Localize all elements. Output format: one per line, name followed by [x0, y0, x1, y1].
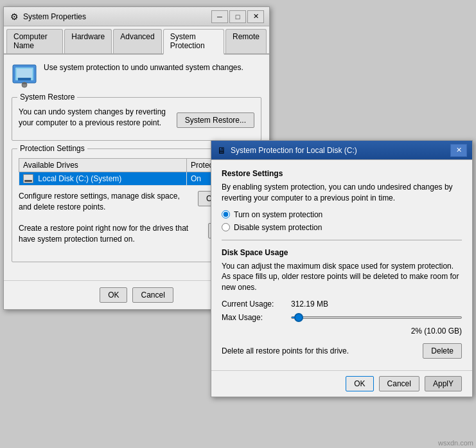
drives-column-header: Available Drives — [19, 158, 187, 172]
local-disk-controls: ✕ — [450, 144, 467, 157]
system-restore-content: You can undo system changes by reverting… — [12, 98, 261, 140]
system-properties-title: System Properties — [23, 12, 211, 21]
turn-on-radio[interactable] — [222, 210, 230, 219]
current-usage-value: 312.19 MB — [291, 300, 328, 309]
max-usage-slider-container — [291, 311, 462, 324]
local-disk-apply-button[interactable]: ApplY — [425, 376, 462, 391]
watermark: wsxdn.com — [438, 439, 473, 447]
protection-settings-label: Protection Settings — [17, 144, 87, 153]
local-disk-titlebar: 🖥 System Protection for Local Disk (C:) … — [211, 141, 472, 160]
header-section: Use system protection to undo unwanted s… — [12, 62, 261, 88]
maximize-button[interactable]: □ — [229, 10, 246, 23]
disk-space-title: Disk Space Usage — [222, 248, 462, 257]
local-disk-icon: 🖥 — [216, 145, 227, 156]
ok-button[interactable]: OK — [100, 287, 127, 303]
restore-settings-title: Restore Settings — [222, 169, 462, 178]
disk-space-desc: You can adjust the maximum disk space us… — [222, 261, 462, 293]
local-disk-dialog-buttons: OK Cancel ApplY — [211, 370, 472, 397]
window-controls: ─ □ ✕ — [211, 10, 264, 23]
delete-description: Delete all restore points for this drive… — [222, 346, 349, 355]
local-disk-title: System Protection for Local Disk (C:) — [231, 146, 450, 155]
turn-on-option: Turn on system protection — [222, 210, 462, 219]
disable-radio[interactable] — [222, 223, 230, 231]
restore-settings-desc: By enabling system protection, you can u… — [222, 182, 462, 204]
current-usage-label: Current Usage: — [222, 300, 286, 309]
local-disk-close-button[interactable]: ✕ — [450, 144, 467, 157]
disable-option: Disable system protection — [222, 223, 462, 232]
drive-icon — [23, 174, 33, 183]
tab-computer-name[interactable]: Computer Name — [6, 29, 63, 53]
tab-bar: Computer Name Hardware Advanced System P… — [4, 26, 269, 55]
drive-name-cell: Local Disk (C:) (System) — [19, 172, 187, 186]
svg-rect-2 — [17, 69, 32, 78]
slider-percent-value: 2% (10.00 GB) — [411, 327, 462, 336]
svg-rect-5 — [22, 82, 26, 84]
max-usage-row: Max Usage: — [222, 311, 462, 324]
system-restore-group: System Restore You can undo system chang… — [12, 97, 261, 141]
local-disk-dialog: 🖥 System Protection for Local Disk (C:) … — [211, 140, 473, 397]
svg-rect-3 — [18, 78, 31, 80]
create-description: Create a restore point right now for the… — [19, 223, 203, 245]
system-properties-titlebar: ⚙ System Properties ─ □ ✕ — [4, 7, 269, 26]
close-button[interactable]: ✕ — [247, 10, 264, 23]
local-disk-content: Restore Settings By enabling system prot… — [211, 160, 472, 368]
tab-remote[interactable]: Remote — [225, 29, 267, 53]
slider-track — [291, 316, 462, 319]
current-usage-row: Current Usage: 312.19 MB — [222, 300, 462, 309]
local-disk-cancel-button[interactable]: Cancel — [379, 376, 419, 391]
system-restore-button[interactable]: System Restore... — [177, 112, 254, 128]
system-restore-label: System Restore — [17, 93, 77, 102]
disable-label[interactable]: Disable system protection — [234, 223, 322, 232]
max-usage-label: Max Usage: — [222, 313, 286, 322]
minimize-button[interactable]: ─ — [211, 10, 228, 23]
slider-thumb[interactable] — [294, 313, 303, 322]
tab-advanced[interactable]: Advanced — [113, 29, 161, 53]
system-protection-icon — [12, 62, 37, 88]
header-description: Use system protection to undo unwanted s… — [44, 62, 243, 73]
tab-system-protection[interactable]: System Protection — [163, 29, 224, 55]
tab-hardware[interactable]: Hardware — [64, 29, 112, 53]
configure-description: Configure restore settings, manage disk … — [19, 191, 193, 213]
local-disk-ok-button[interactable]: OK — [346, 376, 373, 391]
cancel-button[interactable]: Cancel — [132, 287, 173, 303]
section-divider — [222, 240, 462, 240]
turn-on-label[interactable]: Turn on system protection — [234, 210, 322, 219]
delete-row: Delete all restore points for this drive… — [222, 343, 462, 359]
system-restore-description: You can undo system changes by reverting… — [19, 107, 170, 129]
slider-percent-display: 2% (10.00 GB) — [222, 327, 462, 336]
system-properties-icon: ⚙ — [9, 12, 19, 22]
delete-button[interactable]: Delete — [423, 343, 462, 359]
